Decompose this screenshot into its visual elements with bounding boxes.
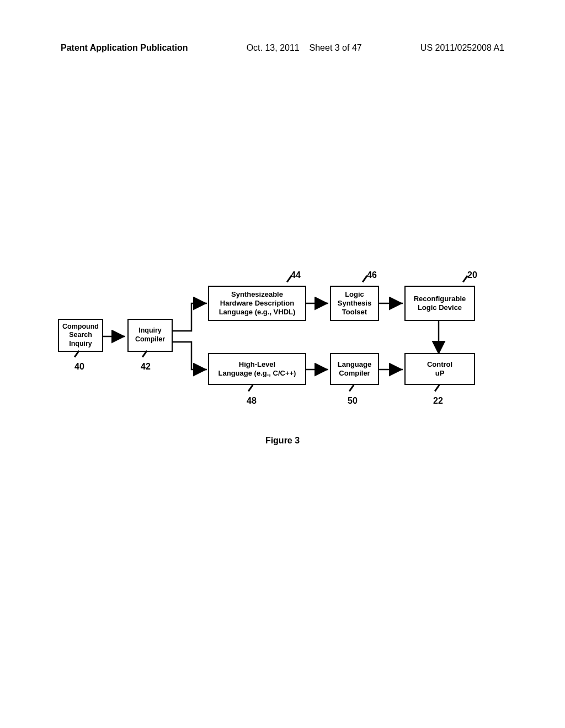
box-42-text: Inquiry Compiler xyxy=(135,326,165,344)
box-44-text: Synthesizeable Hardware Description Lang… xyxy=(219,290,296,317)
box-reconfig-logic: Reconfigurable Logic Device xyxy=(404,286,475,321)
header-right: US 2011/0252008 A1 xyxy=(420,43,504,53)
header-left: Patent Application Publication xyxy=(61,43,188,53)
box-40-text: Compound Search Inquiry xyxy=(62,323,99,349)
ref-20: 20 xyxy=(467,270,477,280)
leader-48 xyxy=(248,384,253,392)
header-mid: Oct. 13, 2011 Sheet 3 of 47 xyxy=(247,43,362,53)
box-lang-compiler: Language Compiler xyxy=(330,353,379,385)
box-compound-search-inquiry: Compound Search Inquiry xyxy=(58,319,103,352)
ref-40: 40 xyxy=(74,362,84,372)
leader-22 xyxy=(434,384,440,392)
ref-22: 22 xyxy=(433,396,443,406)
header-bar: Patent Application Publication Oct. 13, … xyxy=(0,43,565,53)
header-sheet: Sheet 3 of 47 xyxy=(310,43,362,52)
figure-caption: Figure 3 xyxy=(0,436,565,446)
box-46-text: Logic Synthesis Toolset xyxy=(338,290,371,317)
box-synth-hdl: Synthesizeable Hardware Description Lang… xyxy=(208,286,306,321)
ref-50: 50 xyxy=(348,396,358,406)
box-control-up: Control uP xyxy=(404,353,475,385)
header-date: Oct. 13, 2011 xyxy=(247,43,300,52)
box-48-text: High-Level Language (e.g., C/C++) xyxy=(218,360,296,378)
ref-46: 46 xyxy=(367,270,377,280)
box-22-text: Control uP xyxy=(427,360,452,378)
ref-42: 42 xyxy=(141,362,151,372)
leader-50 xyxy=(349,384,354,392)
box-50-text: Language Compiler xyxy=(338,360,371,378)
box-high-level-lang: High-Level Language (e.g., C/C++) xyxy=(208,353,306,385)
ref-48: 48 xyxy=(247,396,257,406)
box-inquiry-compiler: Inquiry Compiler xyxy=(127,319,173,352)
figure-3: Compound Search Inquiry 40 Inquiry Compi… xyxy=(52,270,505,414)
box-logic-synthesis: Logic Synthesis Toolset xyxy=(330,286,379,321)
ref-44: 44 xyxy=(291,270,301,280)
box-20-text: Reconfigurable Logic Device xyxy=(414,295,466,313)
